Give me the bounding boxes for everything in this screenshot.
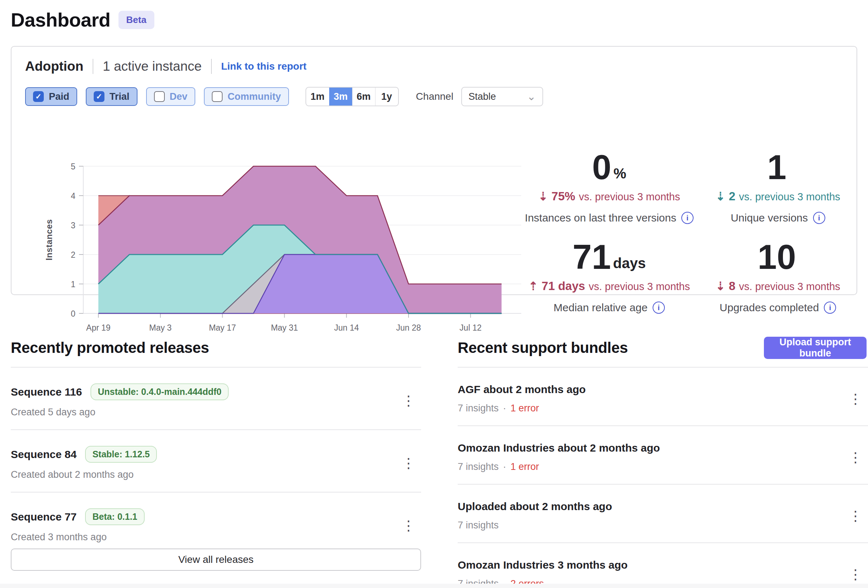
trend-up-icon: ⇡ — [528, 279, 538, 293]
stat-delta-suffix: vs. previous 3 months — [739, 191, 840, 203]
chevron-down-icon: ⌄ — [527, 93, 536, 100]
release-channel-badge: Stable: 1.12.5 — [85, 446, 157, 463]
stat-unique-versions: 1 ⇣ 2 vs. previous 3 months Unique versi… — [694, 141, 862, 230]
release-name: Sequence 77 — [11, 511, 77, 523]
adoption-card-header: Adoption 1 active instance Link to this … — [25, 59, 307, 74]
svg-text:4: 4 — [71, 191, 75, 201]
stat-delta-suffix: vs. previous 3 months — [579, 191, 680, 203]
stat-delta-value: 2 — [729, 189, 735, 203]
svg-text:0: 0 — [71, 309, 75, 318]
bundle-menu-button[interactable]: ⋮ — [846, 508, 864, 524]
release-row: Sequence 84 Stable: 1.12.5 Created about… — [11, 430, 421, 492]
range-3m[interactable]: 3m — [329, 87, 352, 106]
adoption-chart: 012345Apr 19May 3May 17May 31Jun 14Jun 2… — [46, 161, 530, 337]
release-menu-button[interactable]: ⋮ — [400, 392, 418, 409]
checkbox-unchecked-icon — [212, 91, 223, 102]
dot-separator: · — [503, 461, 506, 473]
beta-badge: Beta — [118, 11, 154, 29]
upload-support-bundle-button[interactable]: Upload support bundle — [764, 337, 867, 359]
filter-label: Dev — [170, 91, 188, 102]
svg-text:1: 1 — [71, 280, 75, 289]
stat-value: 71 — [573, 241, 611, 273]
bundle-menu-button[interactable]: ⋮ — [846, 449, 864, 465]
bundle-row: Omozan Industries about 2 months ago 7 i… — [458, 426, 868, 485]
filter-label: Paid — [49, 91, 69, 102]
svg-text:May 31: May 31 — [271, 323, 298, 332]
checkbox-unchecked-icon — [154, 91, 165, 102]
info-icon[interactable]: i — [681, 212, 694, 224]
filter-label: Trial — [109, 91, 130, 102]
bundle-errors: 1 error — [511, 461, 539, 473]
page-header: Dashboard Beta — [11, 9, 154, 31]
info-icon[interactable]: i — [813, 212, 825, 224]
release-menu-button[interactable]: ⋮ — [400, 455, 418, 471]
bundle-row: Omozan Industries 3 months ago 7 insight… — [458, 543, 868, 588]
checkbox-checked-icon: ✓ — [94, 91, 105, 102]
release-name: Sequence 116 — [11, 386, 82, 398]
bundle-name[interactable]: Omozan Industries about 2 months ago — [458, 442, 660, 454]
stat-upgrades-completed: 10 ⇣ 8 vs. previous 3 months Upgrades co… — [694, 230, 862, 320]
bundle-name[interactable]: Omozan Industries 3 months ago — [458, 559, 627, 571]
stat-label: Unique versions — [731, 212, 808, 224]
svg-text:Jun 28: Jun 28 — [396, 323, 421, 332]
trend-down-icon: ⇣ — [716, 279, 725, 293]
channel-select[interactable]: Stable ⌄ — [461, 87, 543, 106]
bundles-list: AGF about 2 months ago 7 insights · 1 er… — [458, 367, 868, 588]
bundle-row: Uploaded about 2 months ago 7 insights ⋮ — [458, 485, 868, 543]
channel-label: Channel — [416, 91, 453, 102]
view-all-releases-button[interactable]: View all releases — [11, 548, 421, 571]
filter-paid[interactable]: ✓ Paid — [25, 87, 77, 106]
adoption-stats: 0 % ⇣ 75% vs. previous 3 months Instance… — [525, 141, 862, 320]
range-1y[interactable]: 1y — [375, 87, 398, 106]
stat-delta-suffix: vs. previous 3 months — [739, 281, 840, 293]
adoption-card: Adoption 1 active instance Link to this … — [11, 46, 857, 295]
header-divider — [211, 59, 212, 74]
filter-trial[interactable]: ✓ Trial — [86, 87, 137, 106]
link-to-report[interactable]: Link to this report — [221, 61, 307, 72]
bundle-name[interactable]: AGF about 2 months ago — [458, 383, 586, 396]
range-6m[interactable]: 6m — [352, 87, 375, 106]
bundles-heading: Recent support bundles — [458, 339, 628, 356]
checkbox-checked-icon: ✓ — [33, 91, 44, 102]
bundle-menu-button[interactable]: ⋮ — [846, 566, 864, 583]
release-menu-button[interactable]: ⋮ — [400, 517, 418, 534]
bundle-row: AGF about 2 months ago 7 insights · 1 er… — [458, 368, 868, 426]
info-icon[interactable]: i — [824, 301, 836, 314]
header-divider — [93, 59, 93, 74]
release-created: Created 5 days ago — [11, 407, 229, 418]
release-name: Sequence 84 — [11, 448, 77, 461]
adoption-title: Adoption — [25, 59, 83, 74]
page-title: Dashboard — [11, 9, 111, 31]
bundle-name[interactable]: Uploaded about 2 months ago — [458, 501, 612, 513]
svg-text:Instances: Instances — [46, 219, 54, 260]
bundle-menu-button[interactable]: ⋮ — [846, 390, 864, 407]
bundle-insights: 7 insights — [458, 461, 499, 473]
filter-community[interactable]: Community — [204, 87, 289, 106]
info-icon[interactable]: i — [652, 301, 665, 314]
trend-down-icon: ⇣ — [539, 189, 548, 203]
stat-label: Instances on last three versions — [525, 212, 676, 224]
footer-band — [0, 584, 868, 588]
filter-label: Community — [227, 91, 281, 102]
stat-label: Median relative age — [554, 301, 648, 314]
svg-text:May 17: May 17 — [209, 323, 236, 332]
stat-delta-value: 8 — [729, 279, 735, 293]
active-instance-count: 1 active instance — [103, 59, 202, 74]
channel-selected-value: Stable — [468, 91, 496, 102]
release-channel-badge: Unstable: 0.4.0-main.444ddf0 — [90, 383, 229, 400]
release-row: Sequence 116 Unstable: 0.4.0-main.444ddf… — [11, 368, 421, 430]
stat-delta-value: 75% — [551, 189, 575, 203]
range-1m[interactable]: 1m — [306, 87, 329, 106]
stat-instances-last-three-versions: 0 % ⇣ 75% vs. previous 3 months Instance… — [525, 141, 694, 230]
bundle-insights: 7 insights — [458, 403, 499, 414]
releases-heading: Recently promoted releases — [11, 339, 209, 356]
stat-delta-value: 71 days — [542, 279, 585, 293]
stat-value: 0 — [592, 152, 611, 183]
stat-unit: days — [613, 255, 646, 273]
stat-label: Upgrades completed — [720, 301, 819, 314]
release-row: Sequence 77 Beta: 0.1.1 Created 3 months… — [11, 492, 421, 554]
stat-value: 1 — [767, 152, 786, 183]
trend-down-icon: ⇣ — [716, 189, 725, 203]
filter-dev[interactable]: Dev — [146, 87, 196, 106]
bundle-insights: 7 insights — [458, 520, 499, 531]
